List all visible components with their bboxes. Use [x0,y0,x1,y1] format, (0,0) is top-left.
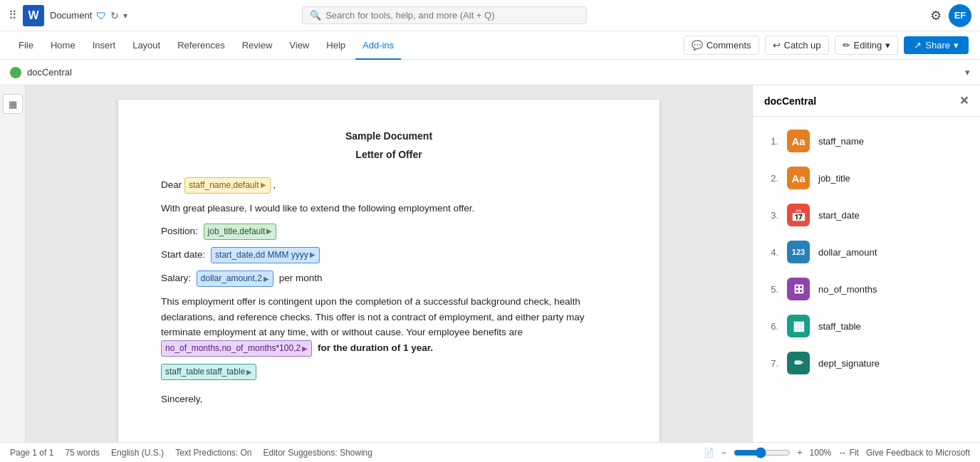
field-marker: ▶ [266,226,272,237]
title-bar-right: ⚙ EF [930,4,971,27]
field-dollar-amount[interactable]: dollar_amount,2 ▶ [197,271,273,287]
tab-file[interactable]: File [11,31,41,60]
panel-item-num: 6. [764,321,778,332]
editing-button[interactable]: ✏ Editing ▾ [835,36,899,55]
search-icon: 🔍 [310,10,321,21]
panel-item-name: start_date [818,210,860,221]
list-item[interactable]: 6. ▦ staff_table [753,308,980,345]
paragraph-sincerely: Sincerely, [161,392,617,407]
list-item[interactable]: 2. Aa job_title [753,159,980,196]
ribbon: File Home Insert Layout References Revie… [0,31,980,60]
grid-icon[interactable]: ⠿ [9,9,17,22]
panel-item-name: no_of_months [818,284,877,295]
field-marker: ▶ [310,249,316,261]
feedback-link[interactable]: Give Feedback to Microsoft [866,448,970,458]
tab-references[interactable]: References [170,31,231,60]
tab-layout[interactable]: Layout [125,31,167,60]
panel-item-icon: Aa [787,130,810,152]
panel-item-num: 1. [764,136,778,147]
main-area: ▦ Sample Document Letter of Offer Dear s… [0,85,980,442]
word-count: 75 words [65,448,100,458]
panel-item-num: 7. [764,358,778,369]
paragraph-startdate: Start date: start_date,dd MMM yyyy ▶ [161,247,617,263]
field-staff-name[interactable]: staff_name,default ▶ [184,177,271,194]
search-box[interactable]: 🔍 [302,6,587,24]
editing-chevron-icon: ▾ [885,40,890,51]
search-input[interactable] [325,10,579,21]
panel-header: docCentral ✕ [753,85,980,117]
paragraph-staff-table: staff_table staff_table ▶ [161,364,617,380]
list-item[interactable]: 1. Aa staff_name [753,122,980,159]
tab-insert[interactable]: Insert [85,31,123,60]
zoom-fit-icon: ↔ [838,448,847,458]
list-item[interactable]: 3. 📅 start_date [753,196,980,233]
panel-item-name: dept_signature [818,358,880,369]
avatar[interactable]: EF [949,4,971,27]
panel-item-name: staff_table [818,321,861,332]
panel-item-num: 3. [764,210,778,221]
panel-item-name: staff_name [818,136,864,147]
tab-addins[interactable]: Add-ins [355,31,401,60]
text-predictions: Text Predictions: On [175,448,251,458]
panel-item-icon: 123 [787,241,810,263]
zoom-fit[interactable]: ↔ Fit [838,448,859,458]
document-area[interactable]: Sample Document Letter of Offer Dear sta… [26,85,752,442]
field-marker: ▶ [302,343,308,355]
sidebar-toggle-button[interactable]: ▦ [3,94,23,114]
share-button[interactable]: ↗ Share ▾ [904,36,969,54]
list-item[interactable]: 5. ⊞ no_of_months [753,271,980,308]
zoom-in-icon[interactable]: + [798,448,803,458]
field-marker: ▶ [264,273,269,285]
comments-button[interactable]: 💬 Comments [684,36,759,55]
field-no-of-months[interactable]: no_of_months,no_of_months*100,2 ▶ [161,340,312,357]
sidebar-toggle-icon: ▦ [9,99,17,110]
panel-title: docCentral [764,95,816,107]
doc-central-chevron-icon[interactable]: ▾ [965,67,970,78]
zoom-out-icon[interactable]: − [721,448,726,458]
list-item[interactable]: 7. ✏ dept_signature [753,345,980,382]
panel-list: 1. Aa staff_name 2. Aa job_title 3. 📅 st… [753,117,980,442]
share-chevron-icon: ▾ [954,40,959,51]
panel-item-num: 2. [764,173,778,184]
tab-help[interactable]: Help [319,31,353,60]
panel-item-icon: 📅 [787,204,810,226]
status-bar: Page 1 of 1 75 words English (U.S.) Text… [0,442,980,462]
paragraph-offer: With great pleasure, I would like to ext… [161,201,617,216]
tab-home[interactable]: Home [43,31,83,60]
sidebar-toggle: ▦ [0,85,26,442]
zoom-slider[interactable] [734,447,791,458]
panel-close-button[interactable]: ✕ [959,94,969,107]
field-marker: ▶ [261,179,266,191]
paragraph-dear: Dear staff_name,default ▶ , [161,177,617,194]
list-item[interactable]: 4. 123 dollar_amount [753,233,980,271]
field-job-title[interactable]: job_title,default ▶ [204,224,277,240]
editor-suggestions: Editor Suggestions: Showing [264,448,372,458]
zoom-level: 100% [810,448,832,458]
panel-item-name: dollar_amount [818,247,877,258]
shield-icon: 🛡 [96,10,106,21]
catchup-icon: ↩ [773,40,781,51]
paragraph-contingent: This employment offer is contingent upon… [161,294,617,357]
document-page: Sample Document Letter of Offer Dear sta… [118,100,660,442]
field-start-date[interactable]: start_date,dd MMM yyyy ▶ [211,247,320,263]
field-staff-table[interactable]: staff_table staff_table ▶ [161,364,256,380]
catchup-button[interactable]: ↩ Catch up [765,36,829,55]
word-logo: W [23,5,44,26]
panel-item-name: job_title [818,173,850,184]
doc-central-bar-label: docCentral [27,67,72,78]
settings-icon[interactable]: ⚙ [930,8,942,23]
document-main-title: Sample Document [161,128,617,144]
zoom-range-input[interactable] [734,447,791,458]
share-icon: ↗ [914,40,922,51]
field-marker: ▶ [246,367,252,378]
panel-item-num: 5. [764,284,778,295]
title-bar: ⠿ W Document 🛡 ↻ ▾ 🔍 ⚙ EF [0,0,980,31]
tab-review[interactable]: Review [235,31,280,60]
tab-view[interactable]: View [282,31,316,60]
panel-item-icon: ▦ [787,315,810,337]
doc-title: Document 🛡 ↻ ▾ [50,10,127,21]
title-chevron-icon[interactable]: ▾ [123,11,127,21]
paragraph-position: Position: job_title,default ▶ [161,224,617,240]
panel-item-num: 4. [764,247,778,258]
doc-view-icon[interactable]: 📄 [704,448,714,458]
